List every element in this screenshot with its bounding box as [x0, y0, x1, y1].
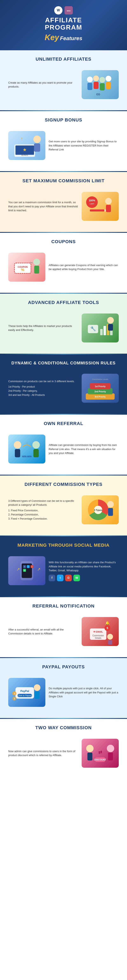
text-social: With this functionality an Affiliate can… [49, 560, 119, 581]
svg-point-48 [14, 441, 21, 449]
illustration-unlimited: ∞ [84, 71, 117, 98]
svg-text:🔧: 🔧 [90, 326, 96, 331]
illustration-maxcomm: 100% LIMIT [84, 193, 117, 220]
svg-text:1st Priority: 1st Priority [95, 385, 106, 388]
svg-rect-85 [34, 691, 39, 699]
svg-text:%: % [21, 268, 24, 272]
section-unlimited: UNLIMITED AFFILIATES Create as many Affi… [0, 50, 127, 110]
image-signup: ★ BONUS ↑ [8, 131, 45, 160]
header-logos: W woo [4, 6, 123, 14]
text-dynamic: Commission on products can be set in 3 d… [8, 379, 78, 398]
priority-2: 2nd Priority - Per category, [8, 389, 78, 393]
svg-point-50 [32, 441, 40, 449]
wordpress-logo: W [54, 6, 63, 14]
svg-rect-49 [15, 449, 20, 457]
section-title-dynamic: DYNAMIC & CONDITIONAL COMMISSION RULES [4, 361, 123, 366]
image-twoway: ⇄ DISCOUNT [82, 739, 119, 768]
svg-rect-40 [108, 324, 113, 331]
svg-text:Details: Details [95, 637, 102, 639]
svg-text:3 Types: 3 Types [94, 509, 102, 511]
svg-text:✉ EMAIL: ✉ EMAIL [93, 630, 103, 633]
feature-block-social: With this functionality an Affiliate can… [4, 551, 123, 590]
illustration-social: f t G W ↗ ↗ [10, 557, 43, 584]
illustration-paypal: PayPal Click to Payout $ $ [10, 679, 43, 706]
header-title: AFFILIATE PROGRAM [4, 17, 123, 31]
svg-text:$: $ [14, 692, 15, 695]
svg-point-84 [34, 684, 41, 691]
commtype-3: 3. Fixed + Percentage Commission. [8, 517, 78, 521]
gmail-icon: G [65, 574, 72, 581]
svg-text:100%: 100% [89, 199, 95, 202]
svg-point-17 [33, 135, 41, 143]
twitter-icon: t [57, 574, 63, 581]
svg-text:🔔: 🔔 [105, 621, 110, 625]
section-notif: REFERRAL NOTIFICATION After a successful… [0, 597, 127, 657]
svg-point-93 [107, 745, 114, 752]
illustration-referral: 🔗 WIN-WIN [10, 436, 43, 463]
section-coupons: COUPONS Affiliates can generate Coupons … [0, 233, 127, 293]
section-title-paypal: PAYPAL PAYOUTS [4, 664, 123, 670]
feature-block-notif: After a successful referral, an email wi… [4, 612, 123, 651]
image-referral: 🔗 WIN-WIN [8, 434, 45, 463]
section-title-notif: REFERRAL NOTIFICATION [4, 603, 123, 609]
text-coupons: Affiliates can generate Coupons of their… [49, 263, 119, 271]
svg-text:W: W [57, 8, 60, 12]
svg-text:WIN-WIN: WIN-WIN [22, 455, 31, 458]
section-maxcomm: SET MAXIMUM COMMISSION LIMIT You can set… [0, 172, 127, 232]
priority-1: 1st Priority - Per product [8, 385, 78, 388]
svg-rect-11 [106, 82, 111, 89]
svg-point-8 [99, 77, 105, 83]
svg-rect-51 [33, 449, 39, 457]
text-tools: These tools help the Affiliates to marke… [8, 324, 78, 332]
whatsapp-icon: W [74, 574, 80, 581]
section-title-referral: OWN REFERRAL [4, 421, 123, 426]
section-commtypes: DIFFERENT COMMISSION TYPES 3 Different t… [0, 476, 127, 536]
svg-text:woo: woo [67, 10, 71, 12]
text-referral: Affiliate can generate commission by buy… [49, 443, 119, 455]
svg-point-78 [107, 634, 113, 640]
svg-text:✂: ✂ [30, 261, 33, 265]
text-notif: After a successful referral, an email wi… [8, 628, 78, 636]
svg-text:2nd Priority: 2nd Priority [94, 390, 106, 393]
feature-block-unlimited: Create as many Affiliates as you want to… [4, 65, 123, 104]
svg-text:LIMIT: LIMIT [89, 203, 94, 205]
section-title-signup: SIGNUP BONUS [4, 117, 123, 123]
text-commtypes: 3 Different types of Commission can be s… [8, 499, 78, 521]
feature-block-signup: Get more users to your site by providing… [4, 126, 123, 165]
feature-block-tools: These tools help the Affiliates to marke… [4, 309, 123, 347]
svg-rect-32 [34, 266, 39, 274]
svg-text:DISCOUNT: DISCOUNT [94, 758, 106, 761]
image-coupons: COUPON % ✂ [8, 253, 45, 282]
svg-point-57 [107, 501, 114, 508]
svg-text:★: ★ [23, 147, 27, 152]
section-title-unlimited: UNLIMITED AFFILIATES [4, 56, 123, 62]
svg-rect-23 [106, 205, 111, 212]
svg-point-90 [86, 745, 94, 752]
svg-text:3rd Priority: 3rd Priority [95, 396, 106, 398]
text-maxcomm: You can set a maximum commission limit f… [8, 200, 78, 213]
illustration-notif: ✉ EMAIL Commission Details 5 🔔 [84, 618, 117, 645]
header-subtitle: Key Features [4, 33, 123, 42]
section-title-twoway: TWO WAY COMMISSION [4, 725, 123, 730]
svg-text:5: 5 [107, 626, 108, 630]
image-paypal: PayPal Click to Payout $ $ [8, 678, 45, 707]
svg-text:∞: ∞ [96, 91, 100, 97]
svg-text:Click to Payout: Click to Payout [18, 694, 32, 697]
svg-text:Commission: Commission [93, 635, 104, 637]
section-social: MARKETING THROUGH SOCIAL MEDIA With this… [0, 536, 127, 597]
image-dynamic: 3rd Priority 2nd Priority 1st Priority C… [82, 374, 119, 402]
svg-rect-91 [88, 752, 93, 760]
svg-rect-94 [108, 752, 113, 760]
section-twoway: TWO WAY COMMISSION Now admin can give co… [0, 719, 127, 779]
commtype-2: 2. Percentage Commission, [8, 513, 78, 517]
svg-point-39 [107, 317, 114, 324]
illustration-tools: 🔧 [84, 315, 117, 341]
svg-rect-79 [108, 640, 112, 644]
svg-rect-58 [108, 508, 113, 516]
illustration-twoway: ⇄ DISCOUNT [84, 740, 117, 767]
section-title-maxcomm: SET MAXIMUM COMMISSION LIMIT [4, 178, 123, 183]
svg-rect-18 [34, 143, 40, 152]
text-paypal: Do multiple payouts with just a single c… [49, 686, 119, 698]
svg-text:$: $ [14, 698, 15, 700]
section-tools: ADVANCED AFFILIATE TOOLS These tools hel… [0, 294, 127, 354]
